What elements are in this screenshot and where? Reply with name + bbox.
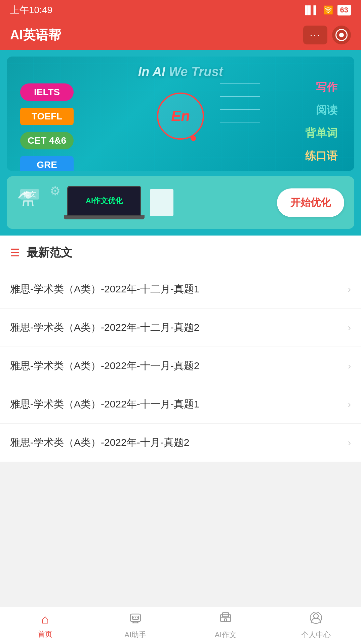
ai-writing-banner: 作文 ⚗ ⚙ AI作文优化 开始优化	[0, 171, 361, 236]
doc-icon-area	[150, 189, 173, 216]
list-item[interactable]: 雅思-学术类（A类）-2022年-十一月-真题2 ›	[0, 347, 361, 385]
skill-vocab[interactable]: 背单词	[305, 126, 337, 141]
cet-label[interactable]: CET 4&6	[20, 132, 74, 149]
laptop-text: AI作文优化	[86, 196, 123, 206]
svg-rect-8	[220, 615, 231, 621]
list-item[interactable]: 雅思-学术类（A类）-2022年-十月-真题2 ›	[0, 424, 361, 462]
connector-line-2	[220, 96, 260, 97]
svg-point-3	[135, 617, 136, 618]
exam-labels: IELTS TOEFL CET 4&6 GRE	[20, 83, 74, 171]
laptop-screen: AI作文优化	[67, 186, 141, 216]
skill-writing[interactable]: 写作	[305, 80, 337, 95]
ai-assistant-icon	[129, 611, 142, 627]
signal-icon: ▐▌▌	[302, 5, 319, 15]
tab-home[interactable]: ⌂ 首页	[0, 612, 90, 639]
hero-banner: In AI We Trust IELTS TOEFL CET 4&6 GRE E…	[7, 57, 354, 171]
trust-text: In AI We Trust	[138, 65, 223, 79]
writing-label: 作文	[20, 189, 39, 200]
record-button[interactable]	[332, 26, 351, 44]
en-text: En	[171, 108, 190, 124]
chevron-right-icon: ›	[348, 361, 351, 371]
chevron-right-icon: ›	[348, 437, 351, 448]
chevron-right-icon: ›	[348, 284, 351, 295]
list-item-text: 雅思-学术类（A类）-2022年-十二月-真题2	[10, 321, 343, 334]
list-item[interactable]: 雅思-学术类（A类）-2022年-十二月-真题1 ›	[0, 270, 361, 309]
header-actions: ···	[303, 26, 351, 44]
ai-banner-inner: 作文 ⚗ ⚙ AI作文优化 开始优化	[7, 176, 354, 229]
status-icons: ▐▌▌ 🛜 63	[302, 5, 351, 15]
tab-ai-assistant-label: AI助手	[124, 630, 146, 640]
list-item-text: 雅思-学术类（A类）-2022年-十月-真题2	[10, 436, 343, 450]
skill-speaking[interactable]: 练口语	[305, 149, 337, 164]
list-item-text: 雅思-学术类（A类）-2022年-十二月-真题1	[10, 282, 343, 296]
home-icon: ⌂	[41, 612, 49, 627]
brain-dot	[191, 136, 196, 141]
record-circle-icon	[335, 29, 348, 41]
doc-icon	[150, 189, 173, 216]
gre-label[interactable]: GRE	[20, 156, 74, 171]
ielts-label[interactable]: IELTS	[20, 83, 74, 101]
ai-banner-left: 作文 ⚗ ⚙ AI作文优化	[17, 186, 277, 219]
ai-writing-icon	[219, 611, 232, 627]
status-bar: 上午10:49 ▐▌▌ 🛜 63	[0, 0, 361, 20]
status-time: 上午10:49	[10, 4, 52, 16]
tab-ai-assistant[interactable]: AI助手	[90, 611, 181, 640]
list-item[interactable]: 雅思-学术类（A类）-2022年-十二月-真题2 ›	[0, 309, 361, 347]
brain-circle: En	[157, 93, 204, 140]
more-options-button[interactable]: ···	[303, 26, 327, 44]
section-title: 最新范文	[27, 245, 72, 260]
funnel-area: 作文 ⚗ ⚙	[17, 187, 64, 218]
chevron-right-icon: ›	[348, 322, 351, 333]
list-item-text: 雅思-学术类（A类）-2022年-十一月-真题1	[10, 397, 343, 411]
svg-point-2	[133, 617, 134, 618]
list-item-text: 雅思-学术类（A类）-2022年-十一月-真题2	[10, 359, 343, 373]
tab-ai-writing[interactable]: AI作文	[180, 611, 271, 640]
tab-home-label: 首页	[38, 629, 52, 639]
laptop-wrapper: AI作文优化	[64, 186, 145, 219]
battery-indicator: 63	[337, 5, 351, 15]
bottom-tabs: ⌂ 首页 AI助手 AI作文	[0, 607, 361, 644]
gray-area	[0, 462, 361, 563]
skill-labels: 写作 阅读 背单词 练口语	[305, 80, 337, 164]
svg-point-4	[137, 617, 138, 618]
profile-icon	[310, 611, 322, 627]
banner-container: In AI We Trust IELTS TOEFL CET 4&6 GRE E…	[0, 50, 361, 171]
tab-ai-writing-label: AI作文	[215, 630, 237, 640]
optimize-button[interactable]: 开始优化	[277, 188, 344, 217]
list-item[interactable]: 雅思-学术类（A类）-2022年-十一月-真题1 ›	[0, 385, 361, 424]
app-header: AI英语帮 ···	[0, 20, 361, 50]
connector-lines	[220, 83, 260, 122]
chevron-right-icon: ›	[348, 399, 351, 410]
list-icon: ☰	[10, 246, 20, 259]
connector-line-4	[220, 122, 260, 122]
dots-icon: ···	[310, 30, 321, 40]
wifi-icon: 🛜	[323, 5, 333, 15]
brain-icon: En	[157, 93, 204, 140]
tab-profile[interactable]: 个人中心	[271, 611, 361, 640]
toefl-label[interactable]: TOEFL	[20, 108, 74, 125]
tab-profile-label: 个人中心	[301, 630, 331, 640]
section-header: ☰ 最新范文	[0, 236, 361, 270]
connector-line-1	[220, 83, 260, 84]
essay-list: 雅思-学术类（A类）-2022年-十二月-真题1 › 雅思-学术类（A类）-20…	[0, 270, 361, 462]
skill-reading[interactable]: 阅读	[305, 103, 337, 118]
app-title: AI英语帮	[10, 27, 61, 44]
record-dot-icon	[339, 33, 344, 37]
gear-icon: ⚙	[50, 184, 61, 198]
connector-line-3	[220, 109, 260, 110]
